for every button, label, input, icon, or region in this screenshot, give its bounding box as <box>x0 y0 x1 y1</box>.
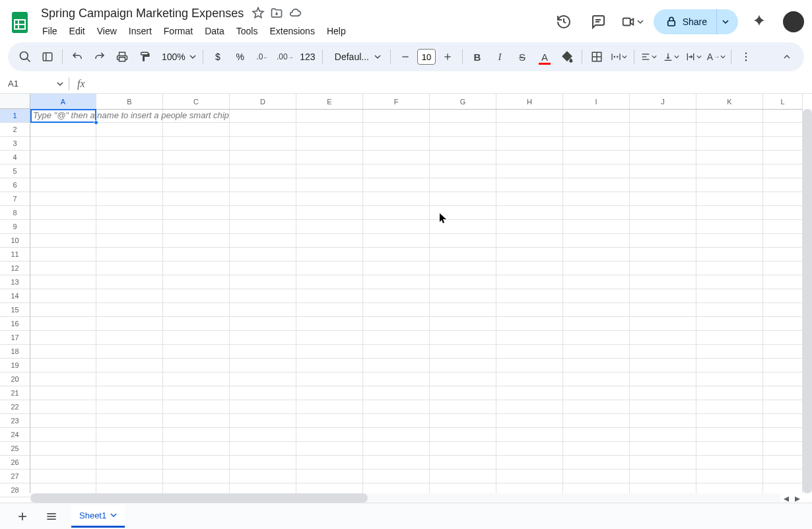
comment-icon[interactable] <box>585 9 611 35</box>
collapse-toolbar-icon[interactable] <box>776 46 797 67</box>
cell[interactable] <box>430 137 496 151</box>
cell[interactable] <box>30 456 96 470</box>
cell[interactable] <box>296 456 363 470</box>
cell[interactable] <box>363 123 430 137</box>
cell[interactable] <box>96 400 163 414</box>
cell[interactable] <box>496 428 563 442</box>
row-header[interactable]: 6 <box>0 178 30 192</box>
row-header[interactable]: 27 <box>0 470 30 483</box>
cell[interactable] <box>96 456 163 470</box>
menu-tools[interactable]: Tools <box>231 23 263 39</box>
cell[interactable] <box>696 442 763 456</box>
menu-edit[interactable]: Edit <box>64 23 90 39</box>
cell[interactable] <box>163 483 230 493</box>
cell[interactable] <box>96 151 163 164</box>
cell[interactable] <box>30 400 96 414</box>
cell[interactable] <box>430 275 496 289</box>
column-header[interactable]: B <box>96 94 163 109</box>
column-headers[interactable]: ABCDEFGHIJKL <box>30 94 803 110</box>
scroll-left-icon[interactable]: ◂ <box>780 493 792 503</box>
cell[interactable] <box>763 400 803 414</box>
cell[interactable] <box>496 137 563 151</box>
cell[interactable] <box>296 442 363 456</box>
row-header[interactable]: 12 <box>0 262 30 275</box>
cell[interactable] <box>30 262 96 275</box>
borders-button[interactable] <box>586 46 607 67</box>
cell[interactable] <box>496 442 563 456</box>
cell[interactable] <box>563 192 630 206</box>
cell[interactable] <box>30 372 96 386</box>
sidebar-icon[interactable] <box>37 46 58 67</box>
cell[interactable] <box>430 317 496 331</box>
cell[interactable] <box>30 275 96 289</box>
cell[interactable] <box>630 192 696 206</box>
cell[interactable] <box>696 400 763 414</box>
cell[interactable] <box>96 414 163 428</box>
cell[interactable] <box>96 442 163 456</box>
format-currency-button[interactable]: $ <box>207 46 228 67</box>
cell[interactable] <box>363 178 430 192</box>
cell[interactable] <box>363 303 430 317</box>
cell[interactable] <box>696 275 763 289</box>
cell[interactable] <box>363 206 430 220</box>
cell[interactable] <box>496 206 563 220</box>
cell[interactable] <box>96 345 163 359</box>
cell[interactable] <box>230 442 296 456</box>
spreadsheet-grid[interactable]: ABCDEFGHIJKL 123456789101112131415161718… <box>0 94 812 503</box>
cell[interactable] <box>763 192 803 206</box>
cell[interactable] <box>363 275 430 289</box>
cell[interactable] <box>96 303 163 317</box>
cell[interactable] <box>163 359 230 372</box>
cell[interactable] <box>696 414 763 428</box>
vertical-align-button[interactable] <box>661 46 682 67</box>
cell[interactable] <box>496 400 563 414</box>
cell[interactable] <box>96 331 163 345</box>
cell[interactable] <box>96 178 163 192</box>
cell[interactable] <box>696 386 763 400</box>
menu-help[interactable]: Help <box>321 23 351 39</box>
cell[interactable] <box>30 345 96 359</box>
cell[interactable] <box>630 470 696 483</box>
cell[interactable] <box>296 137 363 151</box>
cell[interactable] <box>230 414 296 428</box>
cell[interactable] <box>696 372 763 386</box>
cell[interactable] <box>296 483 363 493</box>
cell[interactable] <box>696 345 763 359</box>
cell[interactable] <box>696 289 763 303</box>
row-header[interactable]: 9 <box>0 220 30 234</box>
row-header[interactable]: 19 <box>0 359 30 372</box>
cell[interactable] <box>630 442 696 456</box>
row-header[interactable]: 13 <box>0 275 30 289</box>
fontsize-input[interactable] <box>417 49 436 65</box>
cell[interactable] <box>563 275 630 289</box>
cell[interactable] <box>363 386 430 400</box>
cell[interactable] <box>630 456 696 470</box>
formula-input[interactable] <box>89 79 812 88</box>
cell[interactable] <box>163 414 230 428</box>
cell[interactable] <box>163 400 230 414</box>
cell[interactable] <box>430 386 496 400</box>
strikethrough-button[interactable]: S <box>512 46 533 67</box>
cell[interactable] <box>163 248 230 262</box>
cell[interactable] <box>763 137 803 151</box>
cell[interactable] <box>630 359 696 372</box>
cell[interactable] <box>763 123 803 137</box>
cell[interactable] <box>363 192 430 206</box>
cell[interactable] <box>30 414 96 428</box>
cell[interactable] <box>296 428 363 442</box>
scroll-right-icon[interactable]: ▸ <box>792 493 803 503</box>
cell[interactable] <box>363 359 430 372</box>
cell[interactable] <box>296 317 363 331</box>
increase-fontsize-button[interactable] <box>437 46 458 67</box>
gemini-icon[interactable] <box>746 9 772 35</box>
cell[interactable] <box>763 428 803 442</box>
cell[interactable] <box>563 470 630 483</box>
cell[interactable] <box>630 317 696 331</box>
column-header[interactable]: K <box>696 94 763 109</box>
row-header[interactable]: 28 <box>0 483 30 497</box>
cell[interactable] <box>230 386 296 400</box>
cell[interactable] <box>296 275 363 289</box>
cell[interactable] <box>630 151 696 164</box>
menu-insert[interactable]: Insert <box>123 23 157 39</box>
cell[interactable] <box>763 234 803 248</box>
